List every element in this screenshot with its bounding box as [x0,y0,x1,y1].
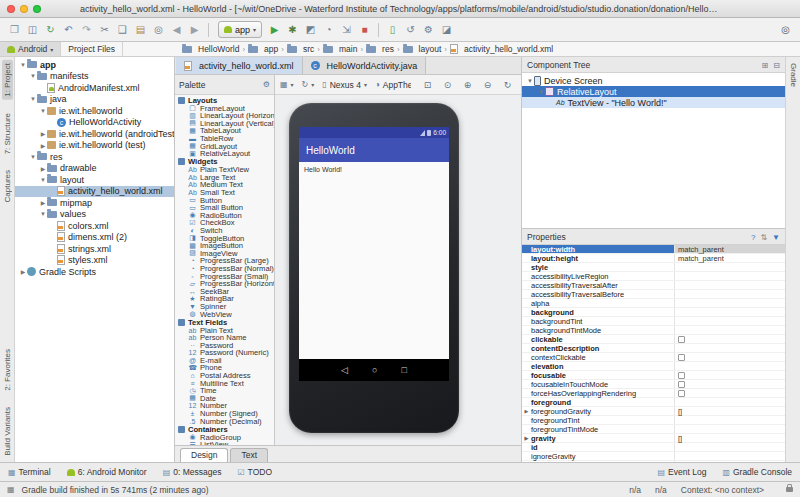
redo-icon[interactable]: ↷ [78,21,95,38]
preview-textview[interactable]: Hello World! [304,166,342,173]
expand-all-icon[interactable]: ⊞ [762,61,769,70]
property-value[interactable]: match_parent [674,245,785,253]
tree-item[interactable]: dimens.xml (2) [15,232,174,244]
editor-tab[interactable]: activity_hello_world.xml [176,57,303,74]
tool-window-button-gradle-console[interactable]: ▥Gradle Console [722,467,792,477]
expander-icon[interactable]: ▼ [29,154,37,160]
tree-item[interactable]: ▼app [15,59,174,71]
palette-item[interactable]: 12Password (Numeric) [175,349,274,357]
tool-strip-tab[interactable]: Build Variants [2,404,13,459]
back-icon[interactable]: ◁ [341,365,348,375]
mode-tab-design[interactable]: Design [180,448,228,462]
orientation-select[interactable]: ↻▾ [302,80,315,89]
tree-item[interactable]: ▼res [15,151,174,163]
cut-icon[interactable]: ✂ [96,21,113,38]
paste-icon[interactable]: ▤ [132,21,149,38]
property-value[interactable] [674,281,785,289]
property-value[interactable] [674,272,785,280]
refresh-preview-icon[interactable]: ↻ [499,76,516,93]
property-value[interactable] [674,335,785,343]
tool-window-button-event-log[interactable]: ▤Event Log [658,467,707,477]
zoom-out-icon[interactable]: ⊖ [479,76,496,93]
find-icon[interactable]: ◎ [150,21,167,38]
tree-item[interactable]: cHelloWorldActivity [15,117,174,129]
tree-item[interactable]: ▼java [15,94,174,106]
property-value[interactable] [674,263,785,271]
breadcrumb-item[interactable]: HelloWorld [182,44,239,54]
zoom-actual-icon[interactable]: ⊙ [439,76,456,93]
collapse-all-icon[interactable]: ⊟ [773,61,780,70]
expander-icon[interactable]: ▶ [39,165,47,172]
property-value[interactable] [674,416,785,424]
property-value[interactable] [674,443,785,451]
breadcrumb-item[interactable]: src [287,44,314,54]
zoom-window-button[interactable] [33,5,41,13]
build-icon[interactable]: ⚙ [420,21,437,38]
coverage-icon[interactable]: ◩ [302,21,319,38]
back-icon[interactable]: ◀ [168,21,185,38]
property-value[interactable] [674,317,785,325]
component-tree-item[interactable]: ▼RelativeLayout [522,86,785,97]
tree-item[interactable]: ▶Gradle Scripts [15,266,174,278]
property-value[interactable] [674,380,785,388]
close-window-button[interactable] [7,5,15,13]
tree-item[interactable]: ▶drawable [15,163,174,175]
expander-icon[interactable]: ▶ [39,130,47,137]
filter-expert-icon[interactable]: ▼ [772,233,780,242]
tool-strip-tab[interactable]: 7: Structure [2,110,13,157]
stop-icon[interactable]: ■ [356,21,373,38]
tool-window-button-todo[interactable]: ☑TODO [237,467,272,477]
profiler-icon[interactable]: ◔ [320,21,337,38]
tool-window-button-0-messages[interactable]: ▤0: Messages [163,467,222,477]
lock-icon[interactable] [786,487,793,492]
checkbox[interactable] [678,381,685,388]
minimize-window-button[interactable] [20,5,28,13]
expander-icon[interactable]: ▼ [39,108,47,114]
breadcrumb-item[interactable]: activity_hello_world.xml [450,44,553,54]
tool-strip-tab[interactable]: 1: Project [2,60,13,100]
expander-icon[interactable]: ▶ [522,435,531,441]
checkbox[interactable] [678,336,685,343]
breadcrumb-item[interactable]: main [323,44,357,54]
tool-window-button-terminal[interactable]: ▦Terminal [8,467,51,477]
zoom-in-icon[interactable]: ⊕ [459,76,476,93]
forward-icon[interactable]: ▶ [186,21,203,38]
property-row[interactable]: layout:heightmatch_parent [522,254,785,263]
expander-icon[interactable]: ▼ [29,96,37,102]
property-value[interactable] [674,353,785,361]
checkbox[interactable] [678,372,685,379]
editor-tab[interactable]: cHelloWorldActivity.java [303,57,427,74]
device-preview[interactable]: 6:00 HelloWorld Hello World! ◁○□ [289,103,459,433]
expander-icon[interactable]: ▼ [39,211,47,217]
expander-icon[interactable]: ▼ [39,177,47,183]
property-value[interactable] [674,326,785,334]
sdk-manager-icon[interactable]: ◪ [438,21,455,38]
expander-icon[interactable]: ▶ [39,142,47,149]
expander-icon[interactable]: ▶ [39,199,47,206]
sync-icon[interactable]: ↻ [42,21,59,38]
avd-manager-icon[interactable]: ▯ [384,21,401,38]
tool-window-button-6-android-monitor[interactable]: 6: Android Monitor [67,467,147,477]
property-value[interactable] [674,362,785,370]
home-icon[interactable]: ○ [372,365,377,375]
save-all-icon[interactable]: ◫ [24,21,41,38]
attach-debugger-icon[interactable]: ⇲ [338,21,355,38]
property-value[interactable]: [] [674,434,785,442]
property-value[interactable] [674,290,785,298]
tree-item[interactable]: ▶ie.wit.helloworld (test) [15,140,174,152]
tree-item[interactable]: colors.xml [15,220,174,232]
property-value[interactable] [674,308,785,316]
open-project-icon[interactable]: ❐ [6,21,23,38]
zoom-to-fit-icon[interactable]: ⊡ [419,76,436,93]
tool-strip-tab[interactable]: Gradle [788,60,799,90]
expander-icon[interactable]: ▼ [29,73,37,79]
property-value[interactable] [674,389,785,397]
palette-item[interactable]: ☑CheckBox [175,219,274,227]
breadcrumb-item[interactable]: app [248,44,278,54]
expander-icon[interactable]: ▶ [19,268,27,275]
search-everywhere-icon[interactable]: ◎ [777,21,794,38]
expander-icon[interactable]: ▼ [19,62,27,68]
property-value[interactable] [674,398,785,406]
property-value[interactable] [674,299,785,307]
component-tree-item[interactable]: AbTextView - "Hello World!" [522,97,785,108]
